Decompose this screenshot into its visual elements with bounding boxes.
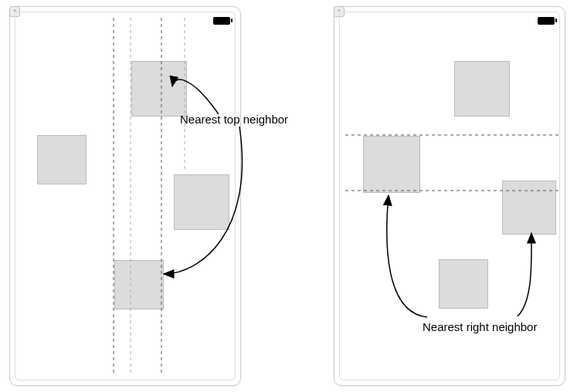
battery-icon (213, 17, 230, 25)
label-nearest-right: Nearest right neighbor (423, 320, 537, 333)
device-left: × (9, 6, 241, 386)
screen-left (15, 12, 236, 380)
box-B (37, 135, 87, 184)
box-C (174, 174, 229, 230)
box-D (114, 260, 164, 309)
box-A (131, 61, 187, 117)
box-A (454, 61, 510, 117)
battery-icon (538, 17, 555, 25)
box-B (363, 136, 420, 193)
box-D (439, 259, 488, 309)
box-C (502, 181, 556, 235)
label-nearest-top: Nearest top neighbor (180, 113, 288, 126)
